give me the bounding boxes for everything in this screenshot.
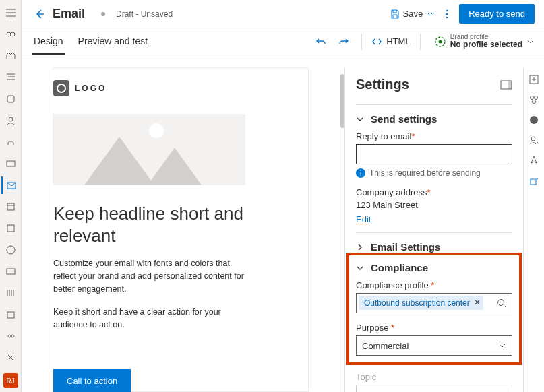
section-header-send-settings[interactable]: Send settings: [356, 113, 512, 125]
content-area: LOGO Keep headline short and relevant Cu…: [22, 55, 544, 392]
chevron-down-icon: [526, 38, 535, 46]
save-dropdown-icon[interactable]: [425, 11, 435, 18]
ready-to-send-button[interactable]: Ready to send: [459, 4, 535, 24]
rail-item-11[interactable]: [1, 241, 20, 259]
edit-company-link[interactable]: Edit: [356, 214, 371, 224]
company-address-label: Company address*: [356, 187, 512, 197]
settings-panel: Settings Send settings Reply to email* i…: [345, 67, 523, 392]
tab-preview[interactable]: Preview and test: [77, 29, 150, 55]
section-send-settings: Send settings Reply to email* i This is …: [356, 104, 512, 232]
tabs: Design Preview and test: [32, 29, 149, 55]
elements-icon[interactable]: [528, 94, 539, 105]
company-address-value: 123 Main Street: [356, 200, 512, 210]
svg-rect-4: [7, 161, 15, 166]
user-badge[interactable]: RJ: [3, 373, 18, 388]
save-label: Save: [403, 9, 423, 19]
compliance-title: Compliance: [371, 262, 428, 273]
right-toolbar: [523, 67, 544, 392]
email-canvas[interactable]: LOGO Keep headline short and relevant Cu…: [53, 67, 309, 392]
canvas-column: LOGO Keep headline short and relevant Cu…: [32, 67, 344, 392]
purpose-select[interactable]: Commercial: [356, 335, 512, 356]
body-paragraph-2[interactable]: Keep it short and have a clear action fo…: [53, 306, 249, 331]
compliance-profile-chip: Outbound subscription center ✕: [359, 296, 483, 310]
rail-item-7[interactable]: [1, 155, 20, 172]
info-icon: i: [356, 168, 365, 178]
required-message: This is required before sending: [369, 168, 481, 178]
svg-rect-19: [508, 81, 512, 89]
svg-point-13: [446, 9, 448, 11]
canvas-scrollbar[interactable]: [340, 74, 344, 128]
rail-item-4[interactable]: [1, 90, 20, 108]
tab-design[interactable]: Design: [32, 29, 65, 55]
section-header-email-settings[interactable]: Email Settings: [356, 241, 512, 253]
svg-point-15: [446, 16, 448, 18]
logo-block[interactable]: LOGO: [53, 68, 308, 96]
svg-point-25: [530, 116, 538, 124]
back-arrow-icon[interactable]: [34, 8, 46, 20]
html-view-button[interactable]: HTML: [371, 36, 410, 47]
rail-item-16[interactable]: [1, 349, 20, 366]
settings-toolbar-icon[interactable]: [528, 175, 539, 186]
brand-profile-value: No profile selected: [450, 40, 522, 49]
hamburger-icon[interactable]: [1, 4, 20, 22]
svg-rect-2: [7, 96, 14, 102]
rail-item-12[interactable]: [1, 263, 20, 280]
headline-text[interactable]: Keep headline short and relevant: [53, 203, 249, 247]
save-button[interactable]: Save: [390, 9, 435, 20]
logo-text: LOGO: [75, 84, 107, 93]
rail-item-1[interactable]: [1, 26, 20, 43]
main-area: Email Draft - Unsaved Save Ready to send…: [22, 0, 544, 392]
rail-item-3[interactable]: [1, 69, 20, 86]
globe-icon[interactable]: [528, 115, 539, 125]
more-actions-button[interactable]: [443, 9, 451, 20]
topic-select[interactable]: Select a topic: [356, 385, 512, 392]
redo-button[interactable]: [336, 36, 352, 47]
subheader: Design Preview and test HTML Brand profi…: [22, 28, 544, 55]
remove-chip-icon[interactable]: ✕: [474, 298, 481, 307]
header-actions: Save Ready to send: [390, 4, 535, 24]
rail-item-2[interactable]: [1, 47, 20, 65]
email-settings-title: Email Settings: [371, 241, 440, 253]
topic-placeholder: Select a topic: [362, 390, 415, 393]
svg-point-12: [11, 335, 14, 337]
status-text: Draft - Unsaved: [116, 9, 173, 19]
mountain-icon: [84, 137, 154, 185]
subheader-actions: HTML Brand profile No profile selected: [313, 33, 535, 49]
svg-point-26: [531, 137, 535, 141]
rail-item-email[interactable]: [1, 176, 20, 194]
chevron-down-icon: [498, 341, 506, 350]
svg-point-11: [8, 335, 11, 337]
navigate-icon[interactable]: [528, 155, 539, 166]
cta-button[interactable]: Call to action: [53, 369, 131, 392]
reply-to-label: Reply to email*: [356, 131, 512, 141]
compliance-profile-lookup[interactable]: Outbound subscription center ✕: [356, 293, 512, 313]
rail-item-10[interactable]: [1, 220, 20, 237]
add-element-icon[interactable]: [528, 74, 539, 85]
reply-to-input[interactable]: [356, 144, 512, 164]
svg-point-17: [438, 40, 442, 43]
search-icon[interactable]: [491, 298, 512, 308]
settings-title: Settings: [356, 77, 409, 92]
hero-image-placeholder[interactable]: [53, 114, 245, 185]
chevron-right-icon: [356, 243, 364, 251]
rail-item-13[interactable]: [1, 284, 20, 302]
body-paragraph-1[interactable]: Customize your email with fonts and colo…: [53, 257, 249, 295]
svg-rect-6: [7, 203, 14, 210]
panel-toggle-icon[interactable]: [500, 80, 512, 90]
rail-item-14[interactable]: [1, 306, 20, 323]
separator: [361, 34, 362, 50]
left-nav-rail: RJ: [0, 0, 22, 392]
settings-column: Settings Send settings Reply to email* i…: [344, 67, 544, 392]
separator: [420, 34, 421, 50]
rail-item-5[interactable]: [1, 112, 20, 129]
personalize-icon[interactable]: [528, 135, 539, 145]
required-info: i This is required before sending: [356, 168, 512, 178]
undo-button[interactable]: [313, 36, 329, 47]
brand-profile-selector[interactable]: Brand profile No profile selected: [430, 33, 535, 49]
rail-item-15[interactable]: [1, 327, 20, 345]
rail-item-6[interactable]: [1, 133, 20, 151]
rail-item-9[interactable]: [1, 198, 20, 216]
purpose-label: Purpose *: [356, 323, 512, 333]
svg-point-8: [7, 246, 15, 254]
section-header-compliance[interactable]: Compliance: [356, 262, 512, 273]
